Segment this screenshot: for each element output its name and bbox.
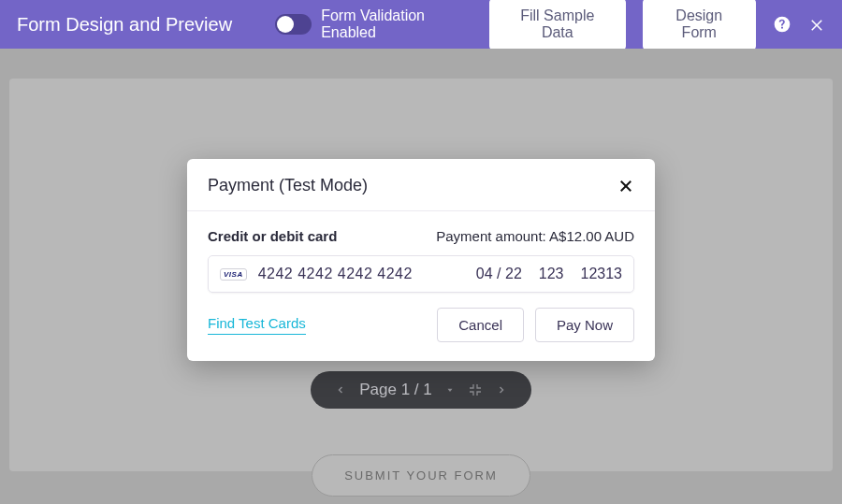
modal-header: Payment (Test Mode) [187,159,655,211]
modal-title: Payment (Test Mode) [208,176,368,195]
modal-overlay: Payment (Test Mode) Credit or debit card… [0,49,842,504]
payment-amount: Payment amount: A$12.00 AUD [436,228,634,244]
close-icon[interactable] [808,16,825,33]
validation-toggle-label: Form Validation Enabled [321,7,472,41]
toggle-knob [277,16,294,33]
modal-body: Credit or debit card Payment amount: A$1… [187,211,655,361]
design-form-button[interactable]: Design Form [643,0,756,50]
card-expiry-value: 04 / 22 [476,266,522,282]
close-icon [617,178,634,194]
payment-modal: Payment (Test Mode) Credit or debit card… [187,159,655,361]
cancel-button[interactable]: Cancel [437,308,524,342]
top-bar: Form Design and Preview Form Validation … [0,0,842,49]
card-input[interactable]: VISA 4242 4242 4242 4242 04 / 22 123 123… [208,255,634,293]
card-zip-value: 12313 [581,266,623,282]
help-icon[interactable] [773,15,791,34]
visa-icon: VISA [220,268,247,281]
validation-toggle[interactable] [275,14,312,35]
find-test-cards-link[interactable]: Find Test Cards [208,315,306,335]
card-cvc-value: 123 [539,266,564,282]
card-number-value: 4242 4242 4242 4242 [258,266,465,282]
modal-close-button[interactable] [617,178,634,194]
pay-now-button[interactable]: Pay Now [535,308,634,342]
card-label: Credit or debit card [208,228,337,244]
page-title: Form Design and Preview [17,14,232,36]
validation-toggle-wrap: Form Validation Enabled [275,7,472,41]
modal-footer: Find Test Cards Cancel Pay Now [208,293,634,342]
fill-sample-data-button[interactable]: Fill Sample Data [489,0,626,50]
